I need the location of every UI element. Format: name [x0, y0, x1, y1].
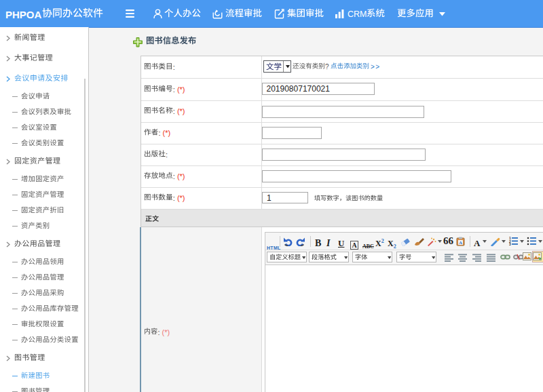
svg-text:A: A	[459, 240, 462, 246]
svg-text:3: 3	[509, 242, 511, 246]
